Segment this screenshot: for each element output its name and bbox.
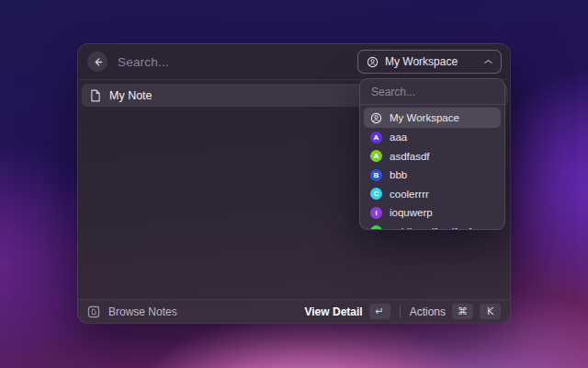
workspace-option[interactable]: Aaaa [364,128,501,147]
footer-divider [400,306,401,317]
command-key-icon[interactable]: ⌘ [452,304,473,319]
workspace-option-label: coolerrrr [390,189,429,200]
result-row-label: My Note [109,89,153,102]
workspace-option-label: bbb [390,169,407,180]
search-input[interactable]: Search... [118,55,169,69]
desktop-background: Search... My Workspace My Note Search...… [0,0,588,368]
workspace-selector-label: My Workspace [385,55,458,68]
workspace-selector-button[interactable]: My Workspace [357,50,502,74]
back-arrow-icon [93,57,103,67]
footer-bar: Browse Notes View Detail ↵ Actions ⌘ K [78,299,510,323]
workspace-avatar: C [370,188,382,200]
person-circle-icon [367,56,379,68]
workspace-avatar: P [370,225,382,230]
workspace-option-label: publicasdfasdfasf [390,226,471,230]
workspace-option[interactable]: Aasdfasdf [364,147,501,167]
view-detail-button[interactable]: View Detail [305,305,363,318]
workspace-avatar: I [370,207,382,219]
workspace-option-label: aaa [390,132,407,143]
person-circle-icon [370,112,382,124]
workspace-option[interactable]: My Workspace [364,108,501,128]
workspace-option-label: asdfasdf [390,151,429,162]
workspace-avatar: A [370,132,382,144]
back-button[interactable] [87,52,107,72]
actions-button[interactable]: Actions [410,305,446,318]
workspace-option[interactable]: Bbbb [364,166,501,185]
workspace-avatar: B [370,169,382,181]
browse-notes-label: Browse Notes [108,305,177,318]
workspace-option-label: ioquwerp [390,207,433,218]
browse-notes: Browse Notes [87,305,177,318]
return-key-icon[interactable]: ↵ [369,304,390,319]
note-icon [90,89,101,102]
workspace-option[interactable]: Iioquwerp [364,203,501,223]
workspace-option-label: My Workspace [390,112,459,123]
workspace-search-input[interactable]: Search... [360,79,504,105]
workspace-list: My WorkspaceAaaaAasdfasdfBbbbCcoolerrrrI… [360,105,504,230]
workspace-option[interactable]: Ccoolerrrr [364,185,501,204]
chevron-up-icon [484,59,492,64]
k-key-icon[interactable]: K [480,304,501,319]
workspace-option[interactable]: Ppublicasdfasdfasf [364,223,501,231]
workspace-dropdown: Search... My WorkspaceAaaaAasdfasdfBbbbC… [359,78,505,230]
launcher-window: Search... My Workspace My Note Search...… [77,43,511,324]
workspace-avatar: A [370,150,382,162]
browse-notes-icon [87,305,100,318]
search-bar: Search... My Workspace [78,44,510,79]
